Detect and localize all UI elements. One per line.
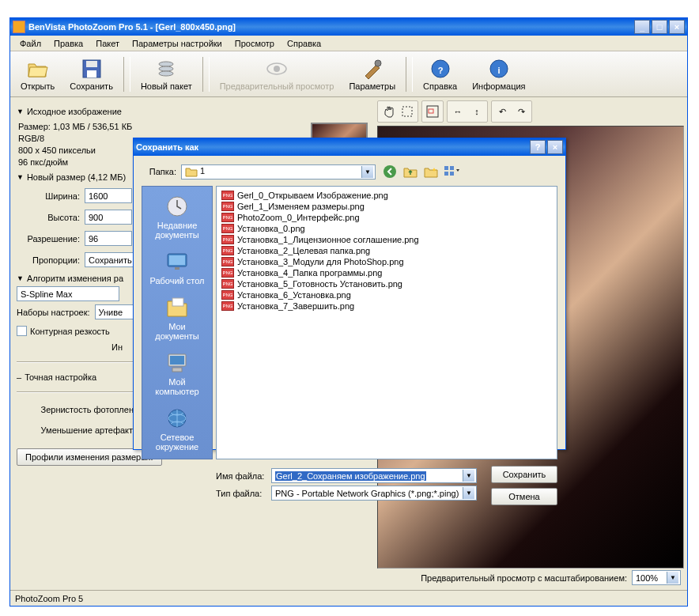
dialog-cancel-button[interactable]: Отмена bbox=[491, 488, 557, 505]
tb-help-label: Справка bbox=[423, 81, 457, 91]
file-item[interactable]: PNGУстановка_5_Готовность Установить.png bbox=[220, 278, 554, 289]
menu-edit[interactable]: Правка bbox=[47, 37, 89, 50]
svg-rect-24 bbox=[175, 267, 179, 270]
help-icon: ? bbox=[429, 58, 452, 80]
svg-rect-13 bbox=[402, 107, 412, 116]
statusbar: PhotoZoom Pro 5 bbox=[10, 590, 687, 606]
svg-point-3 bbox=[159, 62, 173, 66]
views-icon[interactable] bbox=[444, 164, 459, 180]
file-item[interactable]: PNGGerl_1_Изменяем размеры.png bbox=[220, 201, 554, 212]
menu-help[interactable]: Справка bbox=[281, 37, 327, 50]
file-item[interactable]: PNGPhotoZoom_0_Интерфейс.png bbox=[220, 212, 554, 223]
file-item[interactable]: PNGУстановка_2_Целевая папка.png bbox=[220, 245, 554, 256]
tb-save[interactable]: Сохранить bbox=[62, 54, 120, 95]
menu-file[interactable]: Файл bbox=[13, 37, 47, 50]
file-name: Установка_7_Завершить.png bbox=[237, 301, 354, 311]
height-input[interactable] bbox=[85, 210, 132, 225]
tb-params[interactable]: Параметры bbox=[342, 54, 402, 95]
file-name: Gerl_0_Открываем Изображение.png bbox=[237, 191, 388, 200]
png-file-icon: PNG bbox=[221, 202, 234, 211]
png-file-icon: PNG bbox=[221, 235, 234, 244]
batch-icon bbox=[155, 58, 177, 80]
save-title: Сохранить как bbox=[136, 142, 530, 152]
file-name: Установка_0.png bbox=[237, 224, 305, 233]
file-item[interactable]: PNGУстановка_6_Установка.png bbox=[220, 289, 554, 300]
place-mydocs[interactable]: Мои документы bbox=[144, 293, 210, 343]
menu-settings[interactable]: Параметры настройки bbox=[126, 37, 229, 50]
tools-icon bbox=[361, 58, 384, 80]
new-folder-icon[interactable] bbox=[423, 164, 439, 180]
proportions-label: Пропорции: bbox=[17, 255, 85, 265]
app-title: BenVista PhotoZoom Pro 5.1 - [Gerl_800x4… bbox=[28, 22, 634, 32]
menu-view[interactable]: Просмотр bbox=[229, 37, 281, 50]
tb-batch-label: Новый пакет bbox=[141, 81, 192, 91]
marquee-tool-icon[interactable] bbox=[399, 103, 416, 120]
tb-preview-label: Предварительный просмотр bbox=[220, 81, 334, 91]
folder-combo[interactable]: 1 ▼ bbox=[181, 164, 376, 180]
file-list[interactable]: PNGGerl_0_Открываем Изображение.pngPNGGe… bbox=[216, 186, 557, 459]
file-item[interactable]: PNGУстановка_3_Модули для PhotoShop.png bbox=[220, 256, 554, 267]
file-name: Установка_1_Лицензионное соглашение.png bbox=[237, 235, 419, 244]
proportions-combo[interactable]: Сохранить bbox=[85, 252, 140, 267]
up-folder-icon[interactable] bbox=[402, 164, 418, 180]
floppy-save-icon bbox=[81, 58, 103, 80]
tb-help[interactable]: ? Справка bbox=[416, 54, 464, 95]
svg-rect-25 bbox=[172, 298, 183, 306]
place-recent[interactable]: Недавние документы bbox=[144, 191, 210, 242]
main-toolbar: Открыть Сохранить Новый пакет Предварите… bbox=[10, 51, 687, 97]
fit-width-icon[interactable]: ↔ bbox=[449, 103, 467, 120]
file-item[interactable]: PNGУстановка_1_Лицензионное соглашение.p… bbox=[220, 234, 554, 245]
folder-label: Папка: bbox=[142, 167, 181, 176]
zoom-combo[interactable]: 100%▼ bbox=[632, 570, 681, 585]
tb-preview[interactable]: Предварительный просмотр bbox=[213, 54, 342, 95]
save-help-button[interactable]: ? bbox=[530, 140, 546, 154]
file-item[interactable]: PNGУстановка_4_Папка программы.png bbox=[220, 267, 554, 278]
place-network[interactable]: Сетевое окружение bbox=[144, 403, 210, 454]
filetype-combo[interactable]: PNG - Portable Network Graphics (*.png;*… bbox=[271, 486, 477, 501]
fit-height-icon[interactable]: ↕ bbox=[468, 103, 486, 120]
contour-checkbox[interactable] bbox=[17, 326, 27, 336]
dialog-save-button[interactable]: Сохранить bbox=[491, 466, 557, 483]
minimize-button[interactable]: _ bbox=[634, 20, 650, 34]
place-mycomp[interactable]: Мой компьютер bbox=[144, 348, 210, 399]
place-desktop[interactable]: Рабочий стол bbox=[147, 247, 206, 288]
tb-batch[interactable]: Новый пакет bbox=[134, 54, 199, 95]
width-label: Ширина: bbox=[17, 191, 85, 201]
file-name: Установка_4_Папка программы.png bbox=[237, 268, 382, 278]
resize-profiles-button[interactable]: Профили изменения размера... bbox=[17, 448, 162, 466]
file-item[interactable]: PNGУстановка_0.png bbox=[220, 223, 554, 234]
navigator-icon[interactable] bbox=[424, 103, 441, 120]
png-file-icon: PNG bbox=[221, 279, 234, 289]
file-name: Установка_6_Установка.png bbox=[237, 290, 351, 300]
file-name: Установка_2_Целевая папка.png bbox=[237, 246, 370, 255]
presets-combo[interactable]: Униве bbox=[95, 304, 134, 319]
save-titlebar: Сохранить как ? × bbox=[134, 138, 565, 156]
info-icon: i bbox=[488, 58, 510, 80]
width-input[interactable] bbox=[85, 188, 132, 203]
hand-tool-icon[interactable] bbox=[380, 103, 397, 120]
rotate-right-icon[interactable]: ↷ bbox=[512, 103, 530, 120]
rotate-left-icon[interactable]: ↶ bbox=[493, 103, 511, 120]
close-button[interactable]: × bbox=[669, 20, 685, 34]
save-close-button[interactable]: × bbox=[547, 140, 563, 154]
back-icon[interactable] bbox=[382, 164, 398, 180]
tb-info[interactable]: i Информация bbox=[465, 54, 532, 95]
maximize-button[interactable]: □ bbox=[652, 20, 667, 34]
svg-point-16 bbox=[384, 165, 396, 178]
png-file-icon: PNG bbox=[221, 213, 234, 222]
resolution-input[interactable] bbox=[85, 231, 132, 246]
tb-open[interactable]: Открыть bbox=[13, 54, 62, 95]
file-item[interactable]: PNGGerl_0_Открываем Изображение.png bbox=[220, 190, 554, 201]
places-bar: Недавние документы Рабочий стол Мои доку… bbox=[142, 186, 213, 459]
file-item[interactable]: PNGУстановка_7_Завершить.png bbox=[220, 300, 554, 312]
filename-combo[interactable]: Gerl_2_Сохраняем изображение.png▼ bbox=[271, 468, 477, 483]
tb-info-label: Информация bbox=[472, 81, 525, 91]
main-titlebar: BenVista PhotoZoom Pro 5.1 - [Gerl_800x4… bbox=[10, 18, 687, 36]
save-dialog: Сохранить как ? × Папка: 1 ▼ Нед bbox=[133, 138, 566, 450]
png-file-icon: PNG bbox=[221, 246, 234, 255]
source-header[interactable]: ▼Исходное изображение bbox=[17, 107, 368, 116]
file-name: PhotoZoom_0_Интерфейс.png bbox=[237, 213, 360, 222]
artifact-label: Уменьшение артефактов: bbox=[17, 425, 151, 435]
algo-method-combo[interactable]: S-Spline Max bbox=[17, 286, 119, 301]
menu-batch[interactable]: Пакет bbox=[89, 37, 126, 50]
